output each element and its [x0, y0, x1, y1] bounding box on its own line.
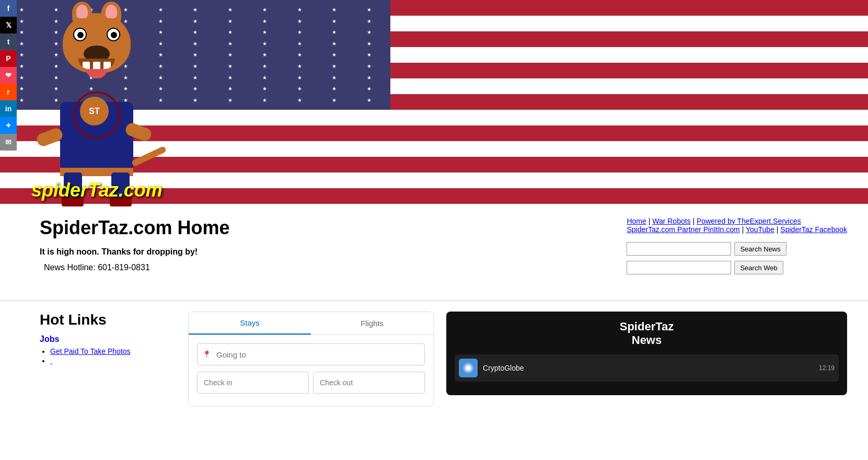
mascot: ST — [37, 13, 157, 206]
tab-flights[interactable]: Flights — [311, 312, 433, 335]
search-web-input[interactable] — [627, 261, 731, 274]
search-news-input[interactable] — [627, 242, 731, 256]
twitter-button[interactable]: 𝕏 — [0, 17, 17, 33]
pinterest-button[interactable]: P — [0, 50, 17, 67]
nav-youtube[interactable]: YouTube — [746, 225, 774, 234]
mascot-eye-right — [107, 28, 120, 41]
social-sidebar: f 𝕏 t P ❤ r in ✦ ✉ — [0, 0, 17, 151]
search-news-button[interactable]: Search News — [734, 242, 786, 256]
going-to-wrapper: 📍 — [197, 343, 425, 365]
location-icon: 📍 — [202, 350, 211, 359]
mascot-ear-left — [72, 2, 92, 25]
list-item — [50, 356, 176, 365]
check-in-input[interactable] — [197, 372, 309, 394]
check-out-input[interactable] — [313, 372, 425, 394]
list-item: Get Paid To Take Photos — [50, 347, 176, 355]
nav-war-robots[interactable]: War Robots — [652, 217, 690, 225]
news-source-label: CryptoGlobe — [483, 364, 814, 372]
news-logo — [459, 359, 478, 377]
jobs-link-2[interactable] — [50, 356, 52, 365]
news-item[interactable]: CryptoGlobe 12:19 — [455, 354, 839, 382]
date-row — [197, 372, 425, 394]
news-panel-title: SpiderTazNews — [455, 320, 839, 347]
booking-widget: Stays Flights 📍 — [188, 312, 434, 407]
mascot-ear-right — [101, 2, 121, 25]
right-column: Home | War Robots | Powered by TheExpert… — [627, 217, 847, 280]
search-web-row: Search Web — [627, 261, 847, 274]
going-to-input[interactable] — [197, 343, 425, 365]
mascot-tongue — [86, 69, 107, 78]
mascot-eye-left — [73, 28, 87, 41]
booking-body: 📍 — [189, 335, 433, 406]
booking-tabs: Stays Flights — [189, 312, 433, 335]
left-column: SpiderTaz.com Home It is high noon. Than… — [40, 217, 606, 280]
hotline: News Hotline: 601-819-0831 — [40, 263, 606, 272]
hot-links-title: Hot Links — [40, 312, 176, 328]
search-web-button[interactable]: Search Web — [734, 261, 783, 274]
bluesky-button[interactable]: ✦ — [0, 117, 17, 134]
nav-facebook[interactable]: SpiderTaz Facebook — [780, 225, 847, 234]
get-paid-photos-link[interactable]: Get Paid To Take Photos — [50, 347, 131, 355]
search-news-row: Search News — [627, 242, 847, 256]
hero-banner: ★★★★★★★★★★★ ★★★★★★★★★★★ ★★★★★★★★★★★ ★★★★… — [0, 0, 868, 206]
facebook-button[interactable]: f — [0, 0, 17, 17]
section-divider — [0, 301, 868, 301]
mascot-head — [63, 13, 131, 73]
jobs-list: Get Paid To Take Photos — [40, 347, 176, 365]
hot-links-section: Hot Links Jobs Get Paid To Take Photos — [40, 312, 176, 369]
linkedin-button[interactable]: in — [0, 100, 17, 117]
jobs-label: Jobs — [40, 335, 176, 344]
email-button[interactable]: ✉ — [0, 134, 17, 151]
mascot-logo: ST — [80, 97, 109, 125]
pocket-button[interactable]: ❤ — [0, 67, 17, 84]
nav-partner[interactable]: SpiderTaz.com Partner PinItIn.com — [627, 225, 739, 234]
hero-logo-text: spiderTaz.com — [31, 179, 163, 201]
news-panel: SpiderTazNews CryptoGlobe 12:19 — [446, 312, 847, 395]
tumblr-button[interactable]: t — [0, 33, 17, 50]
svg-point-3 — [466, 366, 470, 370]
reddit-button[interactable]: r — [0, 84, 17, 100]
mascot-mouth — [78, 59, 115, 69]
nav-powered-by[interactable]: Powered by TheExpert.Services — [697, 217, 801, 225]
page-title: SpiderTaz.com Home — [40, 217, 606, 239]
nav-links: Home | War Robots | Powered by TheExpert… — [627, 217, 847, 234]
tab-stays[interactable]: Stays — [189, 312, 311, 335]
news-time: 12:19 — [819, 364, 835, 372]
nav-home[interactable]: Home — [627, 217, 646, 225]
tagline: It is high noon. Thanks for dropping by! — [40, 247, 606, 257]
